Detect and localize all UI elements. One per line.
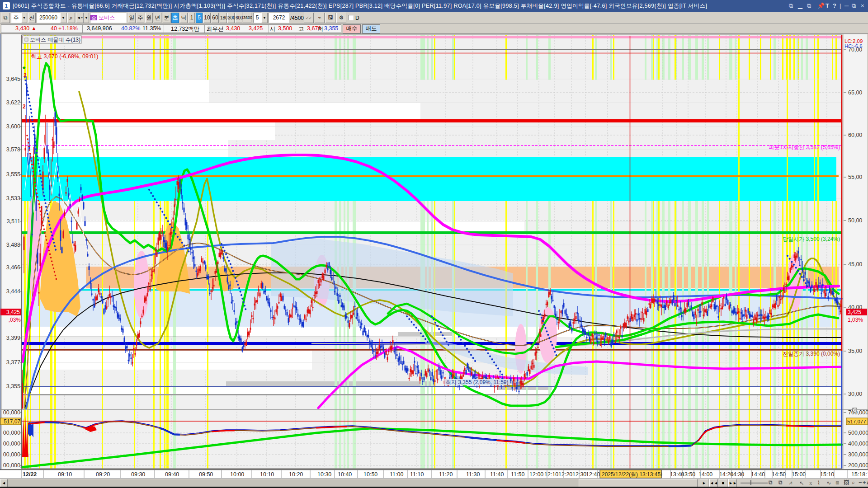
svg-text:15:18:1: 15:18:1 bbox=[851, 471, 868, 478]
svg-text:최고 3,670 (-6,68%, 09:01): 최고 3,670 (-6,68%, 09:01) bbox=[31, 53, 98, 60]
svg-text:3,444: 3,444 bbox=[6, 288, 20, 295]
svg-text:13:50: 13:50 bbox=[681, 471, 695, 478]
svg-text:10:20: 10:20 bbox=[289, 471, 303, 478]
svg-text:11:40: 11:40 bbox=[490, 471, 504, 478]
svg-text:모비스 매물대 수(13): 모비스 매물대 수(13) bbox=[30, 37, 80, 43]
svg-text:14:40: 14:40 bbox=[751, 471, 765, 478]
svg-text:12:10: 12:10 bbox=[544, 471, 558, 478]
svg-text:3,511: 3,511 bbox=[7, 218, 20, 225]
svg-text:09:10: 09:10 bbox=[58, 471, 72, 478]
svg-text:10:40: 10:40 bbox=[338, 471, 352, 478]
svg-text:700,000: 700,000 bbox=[848, 409, 868, 416]
svg-text:11:10: 11:10 bbox=[410, 471, 424, 478]
svg-text:최저 3,355 (2,09%, 11:59): 최저 3,355 (2,09%, 11:59) bbox=[446, 379, 509, 385]
svg-text:65,00: 65,00 bbox=[848, 89, 862, 96]
svg-text:10:10: 10:10 bbox=[260, 471, 274, 478]
svg-text:10:00: 10:00 bbox=[230, 471, 244, 478]
svg-text:00,000: 00,000 bbox=[3, 462, 20, 469]
svg-text:00,000: 00,000 bbox=[3, 441, 20, 447]
svg-text:당일시가 3,500 (3,24%): 당일시가 3,500 (3,24%) bbox=[783, 236, 840, 242]
svg-text:09:40: 09:40 bbox=[165, 471, 179, 478]
svg-text:3,488: 3,488 bbox=[6, 242, 20, 248]
svg-text:00,000: 00,000 bbox=[3, 451, 20, 458]
svg-text:60,00: 60,00 bbox=[848, 132, 862, 138]
svg-text:10:50: 10:50 bbox=[363, 471, 377, 478]
svg-text:200,000: 200,000 bbox=[848, 462, 868, 469]
svg-text:3,355: 3,355 bbox=[6, 383, 20, 389]
svg-text:2025/12/22(월) 13:13:45: 2025/12/22(월) 13:13:45 bbox=[602, 471, 660, 478]
svg-text:00,000: 00,000 bbox=[3, 430, 20, 436]
svg-text:35,00: 35,00 bbox=[848, 348, 862, 354]
svg-text:500,000: 500,000 bbox=[848, 430, 868, 436]
svg-text:3,377: 3,377 bbox=[6, 359, 20, 366]
svg-text:1,03%: 1,03% bbox=[848, 317, 863, 323]
svg-text:00,000: 00,000 bbox=[3, 409, 20, 416]
svg-text:45,00: 45,00 bbox=[848, 261, 862, 267]
svg-text:3,645: 3,645 bbox=[6, 76, 20, 82]
svg-text:09:50: 09:50 bbox=[199, 471, 213, 478]
svg-text:3,622: 3,622 bbox=[6, 99, 20, 106]
svg-text:11:50: 11:50 bbox=[511, 471, 524, 478]
svg-text:517,077: 517,077 bbox=[847, 419, 866, 424]
svg-text:15:00: 15:00 bbox=[792, 471, 806, 478]
svg-text:12:00: 12:00 bbox=[529, 471, 543, 478]
svg-text:12:40: 12:40 bbox=[586, 471, 600, 478]
svg-text:3,399: 3,399 bbox=[6, 335, 20, 341]
svg-text:15:10: 15:10 bbox=[820, 471, 834, 478]
svg-text:2: 2 bbox=[23, 103, 26, 110]
svg-text:10:30: 10:30 bbox=[317, 471, 331, 478]
svg-text:09:20: 09:20 bbox=[96, 471, 110, 478]
svg-text:HC:-6,6: HC:-6,6 bbox=[844, 43, 863, 49]
svg-text:12/22: 12/22 bbox=[23, 471, 37, 478]
svg-text:300,000: 300,000 bbox=[848, 451, 868, 458]
svg-text:11:20: 11:20 bbox=[439, 471, 453, 478]
svg-text:400,000: 400,000 bbox=[848, 441, 868, 447]
svg-text:14:00: 14:00 bbox=[698, 471, 712, 478]
svg-text:3,533: 3,533 bbox=[6, 195, 20, 202]
svg-text:55,00: 55,00 bbox=[848, 174, 862, 180]
svg-text:3,600: 3,600 bbox=[6, 123, 20, 130]
svg-text:2: 2 bbox=[24, 72, 27, 79]
svg-text:30,00: 30,00 bbox=[848, 391, 862, 397]
svg-text:전일종가 3,390 (0,00%): 전일종가 3,390 (0,00%) bbox=[783, 351, 840, 357]
svg-text:,03%: ,03% bbox=[9, 317, 21, 323]
svg-text:11:30: 11:30 bbox=[466, 471, 480, 478]
svg-text:11:00: 11:00 bbox=[390, 471, 403, 478]
svg-text:50,00: 50,00 bbox=[848, 217, 862, 224]
svg-text:12:20: 12:20 bbox=[558, 471, 572, 478]
svg-text:09:30: 09:30 bbox=[131, 471, 145, 478]
svg-text:3,555: 3,555 bbox=[6, 171, 20, 178]
svg-text:14:50: 14:50 bbox=[772, 471, 786, 478]
svg-text:40,00: 40,00 bbox=[848, 304, 862, 310]
svg-text:3,425: 3,425 bbox=[6, 309, 20, 315]
svg-text:3,578: 3,578 bbox=[6, 146, 20, 153]
svg-text:피봇1차저항선 3,582 (5,65%): 피봇1차저항선 3,582 (5,65%) bbox=[769, 144, 840, 150]
svg-text:3,466: 3,466 bbox=[6, 264, 20, 271]
svg-text:12:30: 12:30 bbox=[572, 471, 586, 478]
svg-text:517,07: 517,07 bbox=[4, 418, 20, 425]
